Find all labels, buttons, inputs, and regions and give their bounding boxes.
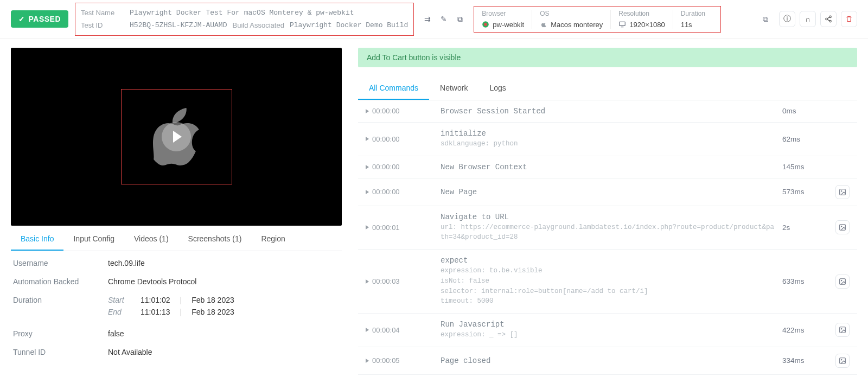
svg-point-4 bbox=[841, 190, 842, 192]
test-metadata-box: Test Name Playwright Docker Test For mac… bbox=[75, 3, 414, 36]
tab-all-commands[interactable]: All Commands bbox=[358, 77, 429, 100]
copy-build-icon[interactable]: ⧉ bbox=[758, 12, 773, 26]
edit-icon[interactable]: ✎ bbox=[437, 12, 451, 26]
delete-button[interactable] bbox=[841, 11, 857, 27]
check-icon: ✓ bbox=[18, 15, 25, 23]
command-row[interactable]: 00:00:00New Browser Context145ms bbox=[358, 156, 857, 178]
command-timestamp: 00:00:04 bbox=[366, 326, 436, 334]
expand-icon[interactable] bbox=[366, 190, 369, 194]
info-button[interactable]: ⓘ bbox=[779, 11, 795, 27]
command-timestamp: 00:00:01 bbox=[366, 224, 436, 232]
expand-icon[interactable] bbox=[366, 359, 369, 363]
screenshot-button[interactable] bbox=[835, 220, 850, 234]
expand-icon[interactable] bbox=[366, 225, 369, 229]
basic-info-panel: Username tech.09.life Automation Backed … bbox=[11, 251, 342, 364]
tab-input-config[interactable]: Input Config bbox=[63, 228, 124, 251]
command-duration: 2s bbox=[782, 224, 831, 232]
svg-rect-3 bbox=[840, 189, 846, 195]
command-row[interactable]: 00:00:04Run Javascriptexpression: _ => [… bbox=[358, 314, 857, 347]
command-duration: 573ms bbox=[782, 188, 831, 196]
screenshot-button[interactable] bbox=[835, 275, 850, 289]
svg-rect-2 bbox=[620, 22, 626, 26]
share-button[interactable] bbox=[820, 11, 837, 27]
command-body: New Page bbox=[441, 188, 778, 196]
screenshot-button[interactable] bbox=[835, 185, 850, 199]
command-timestamp: 00:00:00 bbox=[366, 188, 436, 196]
env-dur-label: Duration bbox=[681, 10, 705, 17]
command-duration: 633ms bbox=[782, 277, 831, 285]
svg-rect-11 bbox=[840, 358, 846, 364]
image-icon bbox=[839, 224, 846, 231]
assertion-banner: Add To Cart button is visible bbox=[358, 48, 857, 67]
command-body: expectexpression: to.be.visible isNot: f… bbox=[441, 256, 778, 307]
command-timestamp: 00:00:00 bbox=[366, 107, 436, 115]
test-name-label: Test Name bbox=[81, 7, 124, 19]
info-tabs: Basic Info Input Config Videos (1) Scree… bbox=[11, 228, 342, 251]
command-row[interactable]: 00:00:00initializesdkLanguage: python62m… bbox=[358, 123, 857, 156]
start-date: Feb 18 2023 bbox=[192, 296, 234, 304]
end-date: Feb 18 2023 bbox=[192, 308, 234, 316]
screenshot-button[interactable] bbox=[835, 354, 850, 368]
tab-videos[interactable]: Videos (1) bbox=[124, 228, 178, 251]
image-icon bbox=[839, 278, 846, 285]
copy-icon[interactable]: ⧉ bbox=[453, 12, 467, 26]
command-body: Navigate to URLurl: https://ecommerce-pl… bbox=[441, 213, 778, 243]
env-dur-value: 11s bbox=[681, 21, 705, 29]
command-duration: 145ms bbox=[782, 163, 831, 171]
svg-point-6 bbox=[841, 226, 842, 227]
command-row[interactable]: 00:00:00New Page573ms bbox=[358, 178, 857, 206]
tab-logs[interactable]: Logs bbox=[478, 77, 516, 100]
command-title: expect bbox=[441, 256, 778, 265]
command-body: New Browser Context bbox=[441, 163, 778, 171]
tunnel-value: Not Available bbox=[108, 348, 152, 356]
monitor-icon bbox=[618, 21, 626, 28]
command-duration: 0ms bbox=[782, 107, 831, 115]
command-title: New Browser Context bbox=[441, 163, 778, 171]
username-value: tech.09.life bbox=[108, 259, 145, 267]
env-browser-value: pw-webkit bbox=[482, 21, 524, 29]
screenshot-button[interactable] bbox=[835, 323, 850, 337]
tab-basic-info[interactable]: Basic Info bbox=[11, 228, 63, 251]
start-label: Start bbox=[108, 296, 131, 304]
username-label: Username bbox=[13, 259, 108, 267]
expand-icon[interactable] bbox=[366, 109, 369, 113]
command-row[interactable]: 00:00:03expectexpression: to.be.visible … bbox=[358, 250, 857, 314]
test-id-value: H52BQ-5ZHSL-KFZJM-AUAMD bbox=[130, 19, 227, 31]
svg-point-1 bbox=[484, 23, 487, 26]
command-timestamp: 00:00:03 bbox=[366, 277, 436, 285]
expand-icon[interactable] bbox=[366, 279, 369, 284]
status-text: PASSED bbox=[29, 15, 61, 23]
tab-region[interactable]: Region bbox=[251, 228, 295, 251]
command-body: Page closed bbox=[441, 356, 778, 365]
command-details: expression: to.be.visible isNot: false s… bbox=[441, 266, 778, 307]
tab-screenshots[interactable]: Screenshots (1) bbox=[178, 228, 252, 251]
bug-button[interactable]: ∩ bbox=[800, 11, 816, 27]
command-row[interactable]: 00:00:01Navigate to URLurl: https://ecom… bbox=[358, 206, 857, 250]
command-timestamp: 00:00:00 bbox=[366, 135, 436, 143]
command-tabs: All Commands Network Logs bbox=[358, 77, 857, 100]
env-res-value: 1920×1080 bbox=[618, 21, 665, 29]
env-res-label: Resolution bbox=[618, 10, 665, 17]
play-icon bbox=[173, 131, 182, 143]
apple-icon bbox=[540, 21, 547, 28]
expand-icon[interactable] bbox=[366, 328, 369, 332]
command-row[interactable]: 00:00:00Browser Session Started0ms bbox=[358, 100, 857, 123]
play-button[interactable] bbox=[162, 122, 191, 151]
command-title: New Page bbox=[441, 188, 778, 196]
expand-icon[interactable] bbox=[366, 137, 369, 141]
command-list[interactable]: 00:00:00Browser Session Started0ms00:00:… bbox=[358, 100, 857, 379]
video-preview[interactable] bbox=[11, 48, 342, 226]
image-icon bbox=[839, 326, 846, 334]
filter-icon[interactable]: ⇉ bbox=[420, 12, 435, 26]
video-highlight-box bbox=[121, 89, 232, 184]
svg-rect-5 bbox=[840, 225, 846, 231]
tunnel-label: Tunnel ID bbox=[13, 348, 108, 356]
command-title: initialize bbox=[441, 129, 778, 138]
command-details: url: https://ecommerce-playground.lambda… bbox=[441, 222, 778, 243]
tab-network[interactable]: Network bbox=[429, 77, 478, 100]
command-row[interactable]: 00:00:05Page closed334ms bbox=[358, 347, 857, 375]
build-label: Build Associated bbox=[232, 19, 284, 31]
backend-value: Chrome Devtools Protocol bbox=[108, 277, 196, 286]
env-browser-label: Browser bbox=[482, 10, 524, 17]
expand-icon[interactable] bbox=[366, 165, 369, 169]
